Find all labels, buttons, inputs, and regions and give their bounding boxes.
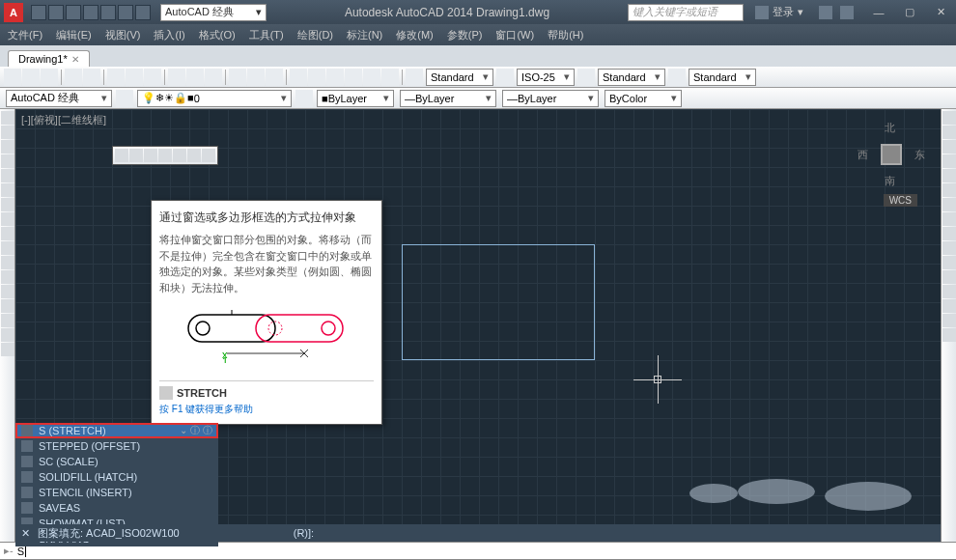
menu-file[interactable]: 文件(F): [8, 28, 42, 42]
region-icon[interactable]: [1, 314, 14, 327]
move-icon[interactable]: [942, 183, 956, 197]
pline-icon[interactable]: [1, 126, 14, 139]
rotate-icon[interactable]: [942, 198, 956, 211]
linetype-selector[interactable]: — ByLayer: [400, 90, 496, 107]
autocomplete-item[interactable]: SAVEAS: [15, 500, 218, 516]
tb-dimstyle-icon[interactable]: [496, 69, 514, 86]
tb-tablestyle-icon[interactable]: [577, 69, 595, 86]
lineweight-selector[interactable]: — ByLayer: [502, 90, 599, 107]
stretch-tool-icon[interactable]: [942, 227, 956, 240]
drawing-canvas[interactable]: [-][俯视][二维线框] 北 南 东 西 WCS 通过窗选或多边形框选的方式拉…: [15, 109, 941, 542]
compass-east[interactable]: 东: [914, 148, 925, 162]
view-cube[interactable]: 北 南 东 西: [858, 121, 925, 188]
offset-icon[interactable]: [942, 154, 956, 168]
exchange-icon[interactable]: [819, 6, 832, 19]
join-icon[interactable]: [942, 285, 956, 298]
autocomplete-item[interactable]: STENCIL (INSERT): [15, 485, 218, 500]
tb-ssm-icon[interactable]: [345, 69, 362, 86]
autocomplete-item[interactable]: SOLIDFILL (HATCH): [15, 469, 218, 485]
tab-close-icon[interactable]: ✕: [71, 54, 79, 65]
ellarc-icon[interactable]: [1, 227, 14, 240]
arc-icon[interactable]: [1, 169, 14, 182]
maximize-button[interactable]: ▢: [894, 3, 925, 22]
ellipse-icon[interactable]: [1, 212, 14, 226]
qat-undo-icon[interactable]: [118, 5, 133, 20]
ft-steering-icon[interactable]: [202, 149, 215, 162]
qat-open-icon[interactable]: [48, 5, 64, 20]
autocomplete-item[interactable]: STEPPED (OFFSET): [15, 438, 218, 454]
explode-icon[interactable]: [942, 328, 956, 342]
polygon-icon[interactable]: [1, 140, 14, 154]
circle-icon[interactable]: [1, 183, 14, 197]
tb-open-icon[interactable]: [22, 69, 40, 86]
table-icon[interactable]: [1, 328, 14, 342]
rect-icon[interactable]: [1, 154, 14, 168]
tb-copy-icon[interactable]: [126, 69, 143, 86]
viewport-label[interactable]: [-][俯视][二维线框]: [21, 113, 106, 127]
tb-preview-icon[interactable]: [83, 69, 100, 86]
tb-plot-icon[interactable]: [65, 69, 82, 86]
color-selector[interactable]: ■ByLayer: [317, 90, 394, 107]
trim-icon[interactable]: [942, 241, 956, 255]
menu-edit[interactable]: 编辑(E): [56, 28, 92, 42]
plotstyle-selector[interactable]: ByColor: [605, 90, 682, 107]
compass-north[interactable]: 北: [885, 121, 895, 135]
workspace-dropdown[interactable]: AutoCAD 经典: [6, 90, 112, 107]
minimize-button[interactable]: —: [863, 3, 894, 22]
menu-parametric[interactable]: 参数(P): [447, 28, 483, 42]
menu-draw[interactable]: 绘图(D): [297, 28, 333, 42]
help-search-input[interactable]: 键入关键字或短语: [628, 4, 744, 21]
tb-mlstyle-icon[interactable]: [668, 69, 686, 86]
menu-window[interactable]: 窗口(W): [495, 28, 534, 42]
menu-insert[interactable]: 插入(I): [154, 28, 184, 42]
qat-saveas-icon[interactable]: [83, 5, 98, 20]
tb-zoomprev-icon[interactable]: [266, 69, 283, 86]
tb-properties-icon[interactable]: [290, 69, 307, 86]
ft-orbit-icon[interactable]: [187, 149, 201, 162]
insert-icon[interactable]: [1, 241, 14, 255]
qat-new-icon[interactable]: [31, 5, 46, 20]
copy-icon[interactable]: [942, 126, 956, 139]
app-logo[interactable]: A: [4, 3, 23, 22]
line-icon[interactable]: [1, 111, 14, 125]
qat-plot-icon[interactable]: [100, 5, 116, 20]
sign-in-button[interactable]: 登录▾: [755, 5, 803, 19]
autocomplete-item[interactable]: SC (SCALE): [15, 454, 218, 469]
tb-calc-icon[interactable]: [381, 69, 399, 86]
help-icon[interactable]: [840, 6, 854, 19]
extend-icon[interactable]: [942, 256, 956, 269]
tb-undo-icon[interactable]: [186, 69, 204, 86]
menu-format[interactable]: 格式(O): [199, 28, 236, 42]
tb-zoom-icon[interactable]: [247, 69, 265, 86]
tb-match-icon[interactable]: [168, 69, 185, 86]
ft-zoom-prev-icon[interactable]: [158, 149, 172, 162]
menu-modify[interactable]: 修改(M): [396, 28, 434, 42]
tb-markup-icon[interactable]: [363, 69, 380, 86]
menu-dimension[interactable]: 标注(N): [347, 28, 382, 42]
compass-south[interactable]: 南: [885, 174, 895, 188]
qat-redo-icon[interactable]: [135, 5, 151, 20]
table-style-selector[interactable]: Standard: [598, 69, 665, 86]
tb-cut-icon[interactable]: [107, 69, 125, 86]
autocomplete-item[interactable]: S (STRETCH)⌄ ⓘ ⓘ: [15, 423, 218, 438]
menu-view[interactable]: 视图(V): [105, 28, 141, 42]
qat-save-icon[interactable]: [66, 5, 81, 20]
chamfer-icon[interactable]: [942, 299, 956, 313]
mirror-icon[interactable]: [942, 140, 956, 154]
menu-tools[interactable]: 工具(T): [249, 28, 284, 42]
document-tab[interactable]: Drawing1* ✕: [8, 50, 90, 67]
mtext-icon[interactable]: [1, 343, 14, 356]
dim-style-selector[interactable]: ISO-25: [517, 69, 575, 86]
layer-selector[interactable]: 💡❄☀🔒■ 0: [137, 90, 292, 107]
wcs-label[interactable]: WCS: [884, 194, 917, 207]
tb-save-icon[interactable]: [41, 69, 58, 86]
scale-icon[interactable]: [942, 212, 956, 226]
block-icon[interactable]: [1, 256, 14, 269]
ft-zoom-extents-icon[interactable]: [129, 149, 143, 162]
point-icon[interactable]: [1, 270, 14, 284]
ft-zoom-window-icon[interactable]: [144, 149, 157, 162]
tb-new-icon[interactable]: [4, 69, 21, 86]
view-cube-face[interactable]: [881, 144, 902, 165]
break-icon[interactable]: [942, 270, 956, 284]
pr-layerprops-icon[interactable]: [116, 90, 133, 107]
